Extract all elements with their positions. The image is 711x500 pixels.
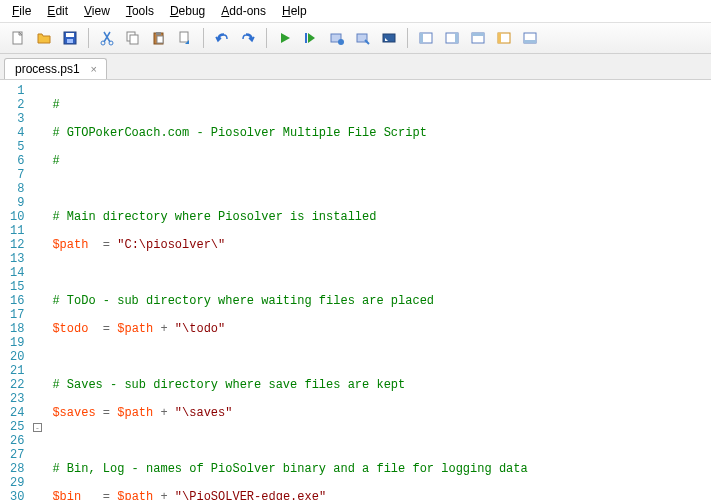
tab-process-ps1[interactable]: process.ps1 ×	[4, 58, 107, 79]
svg-rect-12	[305, 33, 307, 43]
svg-rect-20	[455, 33, 458, 43]
code-editor[interactable]: 123 456 789 101112 131415 161718 192021 …	[0, 80, 711, 500]
paste-icon[interactable]	[147, 26, 171, 50]
new-file-icon[interactable]	[6, 26, 30, 50]
tab-bar: process.ps1 ×	[0, 54, 711, 80]
run-icon[interactable]	[273, 26, 297, 50]
save-icon[interactable]	[58, 26, 82, 50]
tab-label: process.ps1	[15, 62, 80, 76]
menu-bar: File Edit View Tools Debug Add-ons Help	[0, 0, 711, 23]
menu-addons[interactable]: Add-ons	[213, 2, 274, 20]
pane3-icon[interactable]	[466, 26, 490, 50]
menu-tools[interactable]: Tools	[118, 2, 162, 20]
svg-rect-16	[383, 34, 395, 42]
debug2-icon[interactable]	[351, 26, 375, 50]
menu-help[interactable]: Help	[274, 2, 315, 20]
svg-rect-26	[524, 40, 536, 43]
svg-rect-24	[498, 33, 501, 43]
step-icon[interactable]	[299, 26, 323, 50]
pane5-icon[interactable]	[518, 26, 542, 50]
redo-icon[interactable]	[236, 26, 260, 50]
svg-rect-2	[66, 33, 74, 37]
debug3-icon[interactable]	[377, 26, 401, 50]
fold-column: -	[30, 80, 44, 500]
open-file-icon[interactable]	[32, 26, 56, 50]
menu-file[interactable]: File	[4, 2, 39, 20]
code-content[interactable]: # # GTOPokerCoach.com - Piosolver Multip…	[44, 80, 535, 500]
undo-icon[interactable]	[210, 26, 234, 50]
close-icon[interactable]: ×	[88, 63, 100, 75]
cut-icon[interactable]	[95, 26, 119, 50]
svg-rect-9	[156, 32, 161, 35]
pane2-icon[interactable]	[440, 26, 464, 50]
svg-point-14	[338, 39, 344, 45]
separator	[266, 28, 267, 48]
svg-point-4	[101, 41, 105, 45]
toolbar	[0, 23, 711, 54]
fold-toggle-icon[interactable]: -	[33, 423, 42, 432]
svg-rect-18	[420, 33, 423, 43]
pane1-icon[interactable]	[414, 26, 438, 50]
separator	[407, 28, 408, 48]
svg-rect-11	[180, 32, 188, 42]
svg-rect-10	[157, 36, 163, 43]
pane4-icon[interactable]	[492, 26, 516, 50]
menu-edit[interactable]: Edit	[39, 2, 76, 20]
svg-rect-22	[472, 33, 484, 36]
export-icon[interactable]	[173, 26, 197, 50]
separator	[88, 28, 89, 48]
svg-rect-7	[130, 35, 138, 44]
menu-view[interactable]: View	[76, 2, 118, 20]
debug1-icon[interactable]	[325, 26, 349, 50]
separator	[203, 28, 204, 48]
menu-debug[interactable]: Debug	[162, 2, 213, 20]
copy-icon[interactable]	[121, 26, 145, 50]
svg-rect-3	[67, 39, 73, 43]
line-gutter: 123 456 789 101112 131415 161718 192021 …	[0, 80, 30, 500]
svg-point-5	[109, 41, 113, 45]
